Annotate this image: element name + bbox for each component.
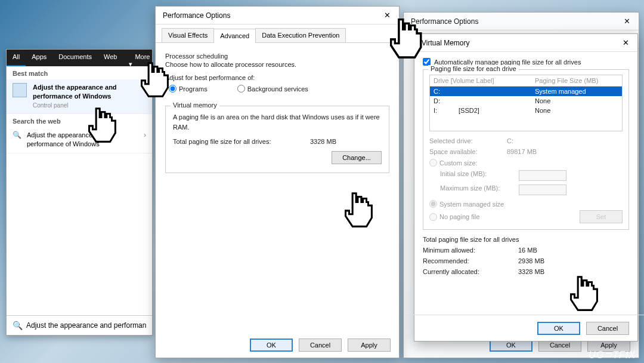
vm-total-label: Total paging file size for all drives: bbox=[173, 138, 310, 145]
initial-size-input bbox=[519, 170, 566, 181]
search-tab-documents[interactable]: Documents bbox=[52, 50, 98, 66]
recommended-value: 2938 MB bbox=[518, 257, 544, 264]
max-size-input bbox=[519, 184, 566, 195]
initial-size-label: Initial size (MB): bbox=[429, 170, 519, 181]
radio-no-paging: No paging file bbox=[429, 213, 574, 221]
apply-button[interactable]: Apply bbox=[348, 339, 391, 352]
radio-programs[interactable]: Programs bbox=[169, 85, 208, 93]
chevron-right-icon: › bbox=[144, 131, 146, 139]
best-match-subtitle: Control panel bbox=[33, 101, 146, 110]
search-input-row: 🔍 bbox=[7, 315, 152, 335]
adjust-label: Adjust for best performance of: bbox=[165, 74, 389, 81]
max-size-label: Maximum size (MB): bbox=[429, 184, 519, 195]
drive-list-legend: Paging file size for each drive bbox=[428, 65, 519, 72]
best-match-label: Best match bbox=[7, 66, 152, 79]
selected-drive-label: Selected drive: bbox=[429, 137, 507, 144]
space-available-label: Space available: bbox=[429, 148, 507, 155]
col-size: Paging File Size (MB) bbox=[535, 77, 618, 84]
currently-allocated-value: 3328 MB bbox=[518, 268, 544, 275]
control-panel-icon bbox=[13, 83, 27, 97]
search-tabs: All Apps Documents Web More ▾ bbox=[7, 50, 152, 66]
tab-dep[interactable]: Data Execution Prevention bbox=[255, 28, 346, 42]
cancel-button[interactable]: Cancel bbox=[299, 339, 342, 352]
min-allowed-value: 16 MB bbox=[518, 247, 537, 254]
space-available-value: 89817 MB bbox=[507, 148, 537, 155]
search-input[interactable] bbox=[26, 321, 146, 330]
proc-sched-heading: Processor scheduling bbox=[165, 53, 389, 60]
currently-allocated-label: Currently allocated: bbox=[423, 268, 518, 275]
drive-list[interactable]: C:System managed D:None I:[SSD2]None bbox=[429, 86, 623, 131]
search-web-result[interactable]: 🔍 Adjust the appearance and performance … bbox=[7, 127, 152, 153]
change-button[interactable]: Change... bbox=[332, 151, 382, 164]
ok-button[interactable]: OK bbox=[537, 322, 580, 335]
drive-row: C:System managed bbox=[430, 87, 622, 96]
ghost-title: Performance Options bbox=[411, 17, 615, 26]
ok-button[interactable]: OK bbox=[250, 339, 293, 352]
best-match-title: Adjust the appearance and performance of… bbox=[33, 83, 146, 101]
perf-title: Performance Options bbox=[163, 11, 375, 20]
min-allowed-label: Minimum allowed: bbox=[423, 247, 518, 254]
tab-visual-effects[interactable]: Visual Effects bbox=[162, 28, 214, 42]
search-web-label: Search the web bbox=[7, 114, 152, 127]
tab-advanced[interactable]: Advanced bbox=[213, 29, 256, 43]
proc-sched-sub: Choose how to allocate processor resourc… bbox=[165, 61, 389, 68]
radio-custom-size: Custom size: bbox=[429, 159, 623, 167]
drive-row: D:None bbox=[430, 96, 622, 106]
search-tab-all[interactable]: All bbox=[7, 50, 26, 66]
vm-legend: Virtual memory bbox=[171, 101, 219, 109]
search-web-text: Adjust the appearance and performance of… bbox=[27, 131, 138, 149]
cancel-button[interactable]: Cancel bbox=[586, 322, 629, 335]
vm-title: Virtual Memory bbox=[422, 39, 614, 47]
vm-desc: A paging file is an area on the hard dis… bbox=[173, 112, 382, 132]
best-match-result[interactable]: Adjust the appearance and performance of… bbox=[7, 79, 152, 114]
search-icon: 🔍 bbox=[13, 321, 23, 330]
perf-options-dialog: Performance Options ✕ Visual Effects Adv… bbox=[155, 6, 400, 358]
recommended-label: Recommended: bbox=[423, 257, 518, 264]
totals-heading: Total paging file size for all drives bbox=[423, 236, 629, 243]
col-drive: Drive [Volume Label] bbox=[434, 77, 535, 84]
radio-system-managed: System managed size bbox=[429, 200, 623, 208]
virtual-memory-dialog: Virtual Memory ✕ Automatically manage pa… bbox=[414, 33, 638, 342]
vm-total-value: 3328 MB bbox=[310, 138, 336, 145]
close-icon[interactable]: ✕ bbox=[614, 38, 637, 47]
close-icon[interactable]: ✕ bbox=[375, 11, 399, 20]
drive-row: I:[SSD2]None bbox=[430, 106, 622, 115]
radio-background[interactable]: Background services bbox=[237, 85, 308, 93]
set-button: Set bbox=[580, 210, 623, 223]
search-tab-apps[interactable]: Apps bbox=[26, 50, 52, 66]
selected-drive-value: C: bbox=[507, 137, 513, 144]
start-search-panel: All Apps Documents Web More ▾ Best match… bbox=[6, 49, 153, 336]
close-icon[interactable]: ✕ bbox=[615, 17, 639, 26]
watermark: UG⊃TFIX bbox=[589, 349, 636, 361]
search-tab-web[interactable]: Web bbox=[98, 50, 123, 66]
